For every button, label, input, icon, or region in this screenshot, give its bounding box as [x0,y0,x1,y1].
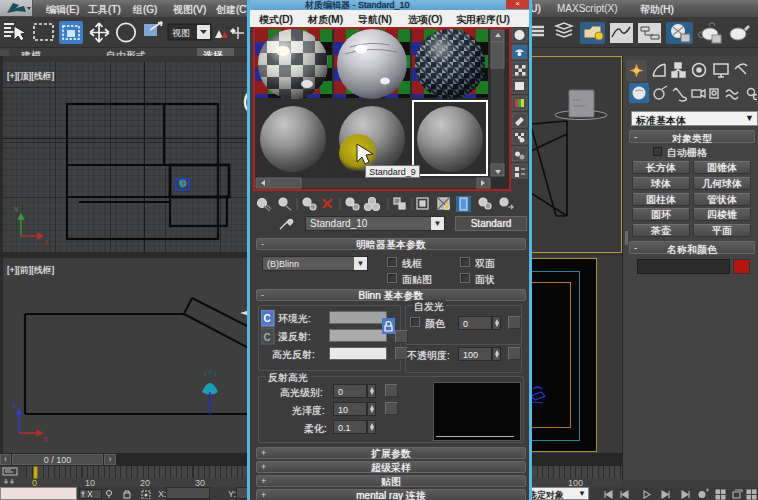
svg-text:X: X [44,239,49,246]
svg-text:Z: Z [12,402,17,409]
svg-text:C: C [264,332,271,343]
svg-text:C: C [264,313,271,324]
svg-text:Y: Y [14,206,19,213]
svg-text:视图: 视图 [172,28,190,38]
svg-text:X: X [43,436,48,443]
